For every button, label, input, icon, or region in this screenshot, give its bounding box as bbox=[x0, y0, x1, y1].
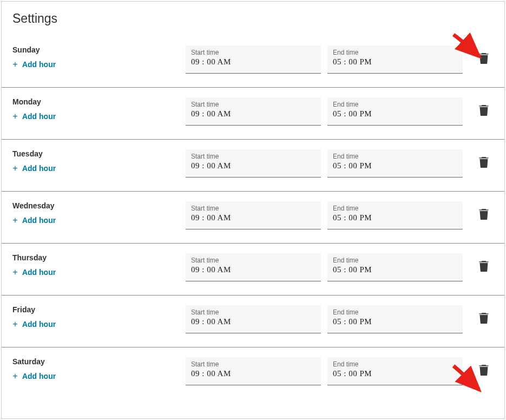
add-hour-button[interactable]: + Add hour bbox=[12, 215, 56, 225]
time-block: Start time 09 : 00 AM End time 05 : 00 P… bbox=[186, 201, 494, 229]
day-left-block: Saturday + Add hour bbox=[12, 357, 186, 381]
plus-icon: + bbox=[12, 60, 18, 69]
start-time-label: Start time bbox=[191, 205, 316, 212]
add-hour-button[interactable]: + Add hour bbox=[12, 111, 56, 121]
trash-icon bbox=[479, 105, 489, 118]
time-block: Start time 09 : 00 AM End time 05 : 00 P… bbox=[186, 97, 494, 126]
day-left-block: Monday + Add hour bbox=[12, 97, 186, 121]
day-name: Tuesday bbox=[12, 149, 186, 158]
start-time-label: Start time bbox=[191, 360, 316, 368]
trash-icon bbox=[479, 209, 489, 222]
end-time-value: 05 : 00 PM bbox=[333, 213, 457, 222]
start-time-value: 09 : 00 AM bbox=[191, 109, 316, 119]
time-block: Start time 09 : 00 AM End time 05 : 00 P… bbox=[186, 357, 494, 385]
end-time-value: 05 : 00 PM bbox=[333, 109, 457, 119]
trash-icon bbox=[479, 157, 489, 170]
plus-icon: + bbox=[12, 215, 18, 225]
add-hour-label: Add hour bbox=[22, 216, 56, 225]
day-row: Wednesday + Add hour Start time 09 : 00 … bbox=[2, 192, 504, 244]
add-hour-label: Add hour bbox=[22, 112, 56, 121]
end-time-field[interactable]: End time 05 : 00 PM bbox=[327, 201, 463, 229]
delete-hour-button[interactable] bbox=[478, 261, 490, 273]
start-time-value: 09 : 00 AM bbox=[191, 161, 316, 170]
delete-hour-button[interactable] bbox=[478, 54, 490, 65]
end-time-field[interactable]: End time 05 : 00 PM bbox=[327, 253, 463, 281]
delete-hour-button[interactable] bbox=[478, 313, 490, 325]
delete-hour-button[interactable] bbox=[478, 106, 490, 117]
start-time-field[interactable]: Start time 09 : 00 AM bbox=[186, 45, 321, 74]
end-time-field[interactable]: End time 05 : 00 PM bbox=[327, 45, 463, 74]
start-time-field[interactable]: Start time 09 : 00 AM bbox=[186, 357, 321, 385]
settings-panel: Settings Sunday + Add hour Start time 09… bbox=[1, 1, 505, 419]
day-left-block: Thursday + Add hour bbox=[12, 253, 186, 277]
end-time-field[interactable]: End time 05 : 00 PM bbox=[327, 357, 463, 385]
start-time-field[interactable]: Start time 09 : 00 AM bbox=[186, 305, 321, 333]
start-time-value: 09 : 00 AM bbox=[191, 317, 316, 326]
start-time-label: Start time bbox=[191, 153, 316, 160]
add-hour-button[interactable]: + Add hour bbox=[12, 267, 56, 277]
end-time-field[interactable]: End time 05 : 00 PM bbox=[327, 97, 463, 126]
end-time-label: End time bbox=[333, 360, 457, 368]
add-hour-label: Add hour bbox=[22, 372, 56, 380]
plus-icon: + bbox=[12, 111, 18, 121]
end-time-label: End time bbox=[333, 257, 457, 264]
plus-icon: + bbox=[12, 163, 18, 173]
end-time-label: End time bbox=[333, 49, 457, 56]
day-name: Saturday bbox=[12, 357, 186, 366]
end-time-value: 05 : 00 PM bbox=[333, 265, 457, 274]
start-time-value: 09 : 00 AM bbox=[191, 369, 316, 378]
start-time-field[interactable]: Start time 09 : 00 AM bbox=[186, 253, 321, 281]
add-hour-button[interactable]: + Add hour bbox=[12, 163, 56, 173]
day-row: Monday + Add hour Start time 09 : 00 AM … bbox=[2, 88, 504, 140]
start-time-field[interactable]: Start time 09 : 00 AM bbox=[186, 149, 321, 178]
end-time-value: 05 : 00 PM bbox=[333, 317, 457, 326]
day-name: Thursday bbox=[12, 253, 186, 262]
start-time-value: 09 : 00 AM bbox=[191, 213, 316, 222]
time-block: Start time 09 : 00 AM End time 05 : 00 P… bbox=[186, 253, 494, 281]
end-time-field[interactable]: End time 05 : 00 PM bbox=[327, 305, 463, 333]
end-time-value: 05 : 00 PM bbox=[333, 57, 457, 67]
trash-icon bbox=[479, 365, 489, 378]
plus-icon: + bbox=[12, 267, 18, 277]
start-time-label: Start time bbox=[191, 101, 316, 108]
plus-icon: + bbox=[12, 371, 18, 380]
add-hour-label: Add hour bbox=[22, 60, 56, 69]
delete-hour-button[interactable] bbox=[478, 365, 490, 377]
start-time-field[interactable]: Start time 09 : 00 AM bbox=[186, 201, 321, 229]
day-left-block: Tuesday + Add hour bbox=[12, 149, 186, 173]
delete-hour-button[interactable] bbox=[478, 209, 490, 221]
end-time-label: End time bbox=[333, 205, 457, 212]
end-time-label: End time bbox=[333, 309, 457, 316]
day-left-block: Wednesday + Add hour bbox=[12, 201, 186, 225]
start-time-field[interactable]: Start time 09 : 00 AM bbox=[186, 97, 321, 126]
start-time-value: 09 : 00 AM bbox=[191, 265, 316, 274]
day-row: Thursday + Add hour Start time 09 : 00 A… bbox=[2, 244, 504, 296]
end-time-label: End time bbox=[333, 101, 457, 108]
delete-hour-button[interactable] bbox=[478, 158, 490, 169]
day-name: Friday bbox=[12, 305, 186, 314]
day-name: Wednesday bbox=[12, 201, 186, 210]
add-hour-button[interactable]: + Add hour bbox=[12, 371, 56, 380]
add-hour-button[interactable]: + Add hour bbox=[12, 60, 56, 69]
plus-icon: + bbox=[12, 319, 18, 329]
end-time-field[interactable]: End time 05 : 00 PM bbox=[327, 149, 463, 178]
end-time-label: End time bbox=[333, 153, 457, 160]
day-name: Monday bbox=[12, 97, 186, 106]
add-hour-label: Add hour bbox=[22, 268, 56, 277]
time-block: Start time 09 : 00 AM End time 05 : 00 P… bbox=[186, 45, 494, 74]
trash-icon bbox=[479, 53, 489, 66]
trash-icon bbox=[479, 261, 489, 274]
start-time-value: 09 : 00 AM bbox=[191, 57, 316, 67]
add-hour-label: Add hour bbox=[22, 164, 56, 173]
end-time-value: 05 : 00 PM bbox=[333, 369, 457, 378]
time-block: Start time 09 : 00 AM End time 05 : 00 P… bbox=[186, 305, 494, 333]
day-row: Saturday + Add hour Start time 09 : 00 A… bbox=[2, 347, 504, 399]
time-block: Start time 09 : 00 AM End time 05 : 00 P… bbox=[186, 149, 494, 178]
add-hour-button[interactable]: + Add hour bbox=[12, 319, 56, 329]
trash-icon bbox=[479, 313, 489, 326]
start-time-label: Start time bbox=[191, 257, 316, 264]
start-time-label: Start time bbox=[191, 49, 316, 56]
day-left-block: Sunday + Add hour bbox=[12, 45, 186, 69]
end-time-value: 05 : 00 PM bbox=[333, 161, 457, 170]
day-row: Tuesday + Add hour Start time 09 : 00 AM… bbox=[2, 140, 504, 192]
